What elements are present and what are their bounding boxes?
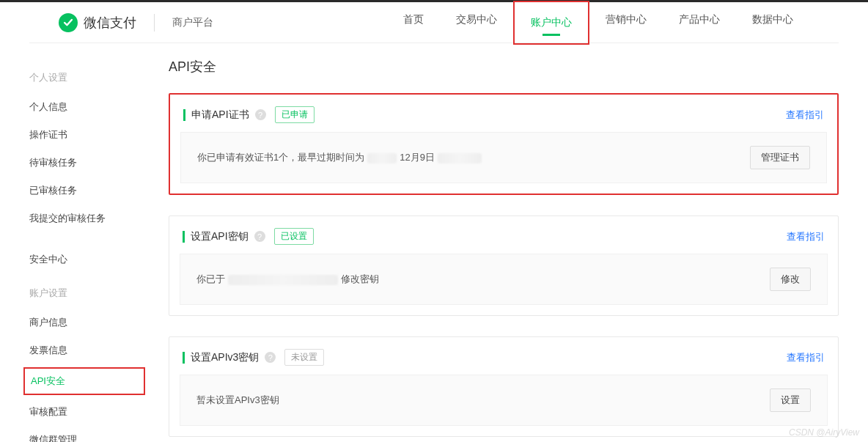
card-title-cert: 申请API证书 [191,108,249,122]
sidebar-group-personal: 个人设置 [29,71,139,84]
card-api-key: 设置API密钥 ? 已设置 查看指引 你已于修改密钥 修改 [169,216,839,316]
green-bar-icon [183,352,185,364]
card-body-cert: 你已申请有效证书1个，最早过期时间为12月9日 管理证书 [180,132,827,183]
guide-link-v3key[interactable]: 查看指引 [787,351,825,364]
manage-cert-button[interactable]: 管理证书 [750,146,810,169]
guide-link-key[interactable]: 查看指引 [787,230,825,243]
watermark: CSDN @AiryView [789,427,859,438]
key-status-text: 你已于修改密钥 [196,273,379,286]
badge-set: 已设置 [274,228,314,245]
sidebar-item-audit-config[interactable]: 审核配置 [29,398,139,426]
nav-highlight-box: 账户中心 [513,1,589,45]
cert-prefix: 你已申请有效证书1个，最早过期时间为 [197,152,364,163]
sidebar-item-pending-tasks[interactable]: 待审核任务 [29,149,139,177]
wechat-pay-logo-icon [59,13,78,32]
card-title-key: 设置API密钥 [191,230,249,243]
sidebar-item-wechat-group[interactable]: 微信群管理 [29,426,139,442]
cert-status-text: 你已申请有效证书1个，最早过期时间为12月9日 [197,151,485,164]
sidebar-item-op-cert[interactable]: 操作证书 [29,121,139,149]
sub-brand: 商户平台 [154,14,213,32]
card-title-v3key: 设置APIv3密钥 [191,351,259,364]
card-header-v3key: 设置APIv3密钥 ? 未设置 查看指引 [169,337,838,375]
card-header-cert: 申请API证书 ? 已申请 查看指引 [170,95,837,132]
redacted-text [438,153,482,163]
sidebar-item-personal-info[interactable]: 个人信息 [29,93,139,121]
logo-area: 微信支付 [59,13,136,32]
brand-name: 微信支付 [84,14,136,32]
nav-trade[interactable]: 交易中心 [440,0,513,40]
card-body-key: 你已于修改密钥 修改 [180,254,828,305]
v3key-status-text: 暂未设置APIv3密钥 [196,394,279,407]
sidebar-item-my-submitted[interactable]: 我提交的审核任务 [29,205,139,232]
top-nav: 首页 交易中心 账户中心 营销中心 产品中心 数据中心 [387,0,809,46]
sidebar-item-invoice[interactable]: 发票信息 [29,336,139,364]
nav-data[interactable]: 数据中心 [736,0,809,40]
nav-account[interactable]: 账户中心 [515,2,588,43]
sidebar-group-account: 账户设置 [29,287,139,300]
header: 微信支付 商户平台 首页 交易中心 账户中心 营销中心 产品中心 数据中心 [29,2,839,43]
sidebar-item-merchant-info[interactable]: 商户信息 [29,309,139,336]
sidebar-item-api-security[interactable]: API安全 [31,373,138,389]
card-api-cert: 申请API证书 ? 已申请 查看指引 你已申请有效证书1个，最早过期时间为12月… [169,93,839,195]
cert-mid: 12月9日 [400,152,435,163]
nav-marketing[interactable]: 营销中心 [589,0,663,40]
badge-unset: 未设置 [284,349,324,366]
container: 个人设置 个人信息 操作证书 待审核任务 已审核任务 我提交的审核任务 安全中心… [0,43,868,442]
green-bar-icon [183,231,185,243]
set-v3key-button[interactable]: 设置 [770,388,811,412]
sidebar-item-reviewed-tasks[interactable]: 已审核任务 [29,177,139,205]
key-prefix: 你已于 [196,273,225,284]
help-icon[interactable]: ? [265,352,276,363]
sidebar: 个人设置 个人信息 操作证书 待审核任务 已审核任务 我提交的审核任务 安全中心… [29,58,154,442]
nav-home[interactable]: 首页 [387,0,440,40]
page-title: API安全 [169,58,839,75]
help-icon[interactable]: ? [254,231,265,242]
sidebar-item-security-center[interactable]: 安全中心 [29,246,139,273]
modify-key-button[interactable]: 修改 [770,268,811,291]
badge-applied: 已申请 [275,106,315,123]
guide-link-cert[interactable]: 查看指引 [786,108,824,122]
card-apiv3-key: 设置APIv3密钥 ? 未设置 查看指引 暂未设置APIv3密钥 设置 [169,336,839,437]
redacted-text [228,275,338,285]
sidebar-highlight-box: API安全 [23,367,145,395]
green-bar-icon [183,109,185,121]
nav-product[interactable]: 产品中心 [663,0,736,40]
redacted-text [367,153,397,163]
main-content: API安全 申请API证书 ? 已申请 查看指引 你已申请有效证书1个，最早过期… [154,58,839,442]
card-header-key: 设置API密钥 ? 已设置 查看指引 [169,216,838,254]
card-body-v3key: 暂未设置APIv3密钥 设置 [180,375,828,426]
help-icon[interactable]: ? [255,109,266,120]
key-suffix: 修改密钥 [341,273,379,284]
